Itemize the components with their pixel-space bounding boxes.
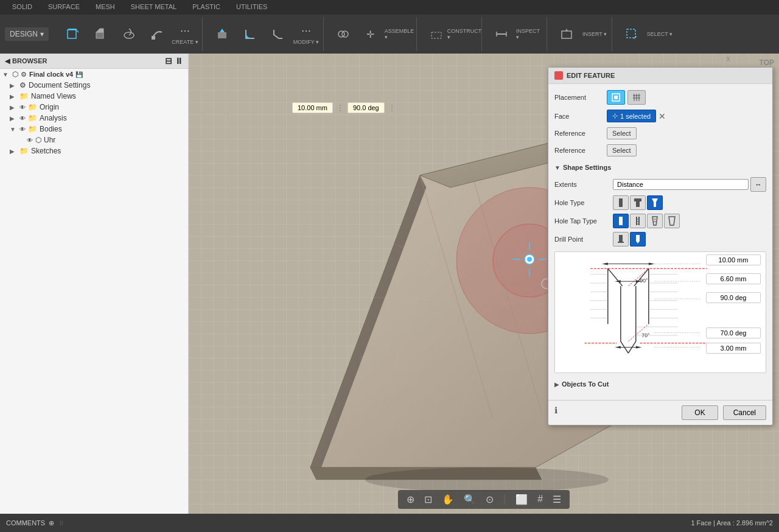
svg-marker-8 — [220, 29, 225, 32]
browser-item-named-views[interactable]: ▶ 📁 Named Views — [0, 91, 188, 102]
browser-collapse-icon[interactable]: ◀ — [5, 57, 10, 65]
dim-inner-dia-input[interactable] — [706, 273, 761, 284]
vt-fit-btn[interactable]: ⊡ — [421, 492, 436, 506]
toolbar: SOLID SURFACE MESH SHEET METAL PLASTIC U… — [0, 0, 779, 54]
vt-grid-btn[interactable]: # — [534, 492, 547, 506]
hole-tap-tapped-btn[interactable] — [630, 214, 646, 228]
cancel-button[interactable]: Cancel — [723, 405, 766, 420]
chamfer-btn[interactable] — [265, 18, 292, 50]
dim-diameter-input[interactable] — [706, 254, 761, 265]
chamfer-icon — [271, 27, 285, 41]
insert-btn[interactable] — [553, 18, 580, 50]
press-pull-btn[interactable] — [209, 18, 236, 50]
tab-plastic[interactable]: PLASTIC — [185, 2, 228, 13]
joint-btn[interactable] — [330, 18, 357, 50]
browser-item-bodies[interactable]: ▼ 👁 📁 Bodies — [0, 124, 188, 135]
placement-grid-btn[interactable] — [627, 90, 646, 105]
top-label: TOP — [760, 58, 774, 67]
drill-angled-btn[interactable] — [630, 232, 646, 247]
ok-button[interactable]: OK — [682, 405, 718, 420]
dim-angle1-input[interactable] — [706, 292, 761, 303]
root-expand-arrow: ▼ — [2, 71, 10, 78]
svg-marker-94 — [636, 346, 642, 349]
insert-more-btn[interactable]: INSERT ▾ — [581, 18, 608, 50]
sweep-btn[interactable] — [144, 18, 170, 50]
inspect-more-btn[interactable]: INSPECT ▾ — [516, 18, 543, 50]
extrude-btn[interactable] — [88, 18, 114, 50]
browser-item-origin[interactable]: ▶ 👁 📁 Origin — [0, 102, 188, 113]
tab-surface[interactable]: SURFACE — [41, 2, 87, 13]
create-more-btn[interactable]: ⋯ CREATE ▾ — [172, 18, 198, 50]
browser-expand-icon[interactable]: ⏸ — [175, 56, 183, 66]
move-icon: ✛ — [364, 27, 379, 41]
hole-tap-tapered-btn[interactable] — [647, 214, 663, 228]
browser-item-root[interactable]: ▼ ⬡ ⚙ Final clock v4 💾 — [0, 69, 188, 80]
hole-tap-simple-btn[interactable] — [613, 214, 629, 228]
measurement-menu2[interactable]: ⋮ — [386, 102, 398, 113]
dim-tip-dia-input[interactable] — [706, 343, 761, 354]
drill-flat-btn[interactable] — [613, 232, 629, 247]
vt-zoom-btn[interactable]: 🔍 — [460, 492, 480, 506]
fillet-btn[interactable] — [237, 18, 264, 50]
assemble-more-btn[interactable]: ASSEMBLE ▾ — [386, 18, 413, 50]
vt-visual-btn[interactable]: ☰ — [549, 492, 565, 506]
reference2-select-btn[interactable]: Select — [607, 144, 637, 156]
construct-label: CONSTRUCT ▾ — [447, 28, 481, 40]
drill-point-label: Drill Point — [554, 236, 609, 243]
analysis-eye-icon: 👁 — [19, 115, 26, 122]
svg-point-38 — [527, 257, 532, 262]
placement-row: Placement — [554, 90, 766, 105]
select-icon — [624, 27, 639, 41]
root-component-icon: ⬡ — [12, 70, 18, 79]
construct-more-btn[interactable]: CONSTRUCT ▾ — [451, 18, 478, 50]
move-btn[interactable]: ✛ — [358, 18, 385, 50]
construct-btn[interactable] — [423, 18, 450, 50]
placement-face-btn[interactable] — [607, 90, 625, 105]
vt-display-btn[interactable]: ⬜ — [512, 492, 531, 506]
extents-flip-btn[interactable]: ↔ — [750, 177, 766, 192]
placement-control — [607, 90, 766, 105]
comments-add-icon[interactable]: ⊕ — [49, 519, 54, 527]
browser-item-uhr[interactable]: ▶ 👁 ⬡ Uhr — [0, 135, 188, 145]
face-selected-btn[interactable]: ⊹ 1 selected — [607, 110, 656, 122]
vt-pan-btn[interactable]: ✋ — [438, 492, 458, 506]
edit-panel-header: EDIT FEATURE — [548, 68, 772, 84]
tab-solid[interactable]: SOLID — [5, 2, 40, 13]
select-more-btn[interactable]: SELECT ▾ — [646, 18, 673, 50]
svg-marker-73 — [636, 235, 640, 243]
design-button[interactable]: DESIGN ▾ — [5, 27, 49, 41]
dim-angle2-input[interactable] — [706, 327, 761, 338]
face-cursor-icon: ⊹ — [612, 112, 618, 120]
modify-more-icon: ⋯ — [299, 23, 313, 38]
edit-panel-close-icon[interactable] — [554, 71, 563, 80]
hole-type-countersink-btn[interactable] — [647, 195, 663, 210]
measurement-menu1[interactable]: ⋮ — [334, 102, 346, 113]
shape-settings-header[interactable]: ▼ Shape Settings — [554, 161, 766, 173]
origin-label: Origin — [40, 103, 59, 111]
browser-settings-icon[interactable]: ⊟ — [165, 56, 172, 66]
face-clear-btn[interactable]: ✕ — [658, 111, 666, 121]
tab-utilities[interactable]: UTILITIES — [229, 2, 274, 13]
objects-to-cut-header[interactable]: ▶ Objects To Cut — [554, 378, 766, 390]
extents-input[interactable] — [613, 179, 749, 190]
browser-item-doc-settings[interactable]: ▶ ⚙ Document Settings — [0, 80, 188, 91]
hole-type-simple-btn[interactable] — [613, 195, 629, 210]
vt-measure2-btn[interactable]: ⊙ — [482, 492, 497, 506]
select-btn[interactable] — [618, 18, 645, 50]
tab-mesh[interactable]: MESH — [88, 2, 122, 13]
revolve-btn[interactable] — [116, 18, 142, 50]
reference1-select-btn[interactable]: Select — [607, 127, 637, 139]
reference1-label: Reference — [554, 130, 603, 137]
info-icon[interactable]: ℹ — [554, 405, 557, 420]
tab-sheetmetal[interactable]: SHEET METAL — [124, 2, 184, 13]
browser-item-analysis[interactable]: ▶ 👁 📁 Analysis — [0, 113, 188, 124]
modify-more-btn[interactable]: ⋯ MODIFY ▾ — [293, 18, 320, 50]
browser-item-sketches[interactable]: ▶ 📁 Sketches — [0, 145, 188, 156]
create-component-btn[interactable] — [60, 18, 86, 50]
hole-type-counterbore-btn[interactable] — [630, 195, 646, 210]
reference1-control: Select — [607, 127, 766, 139]
measure-btn[interactable] — [488, 18, 515, 50]
hole-tap-pipe-btn[interactable] — [664, 214, 680, 228]
vt-orbit-btn[interactable]: ⊕ — [403, 492, 418, 506]
svg-line-78 — [608, 268, 623, 286]
